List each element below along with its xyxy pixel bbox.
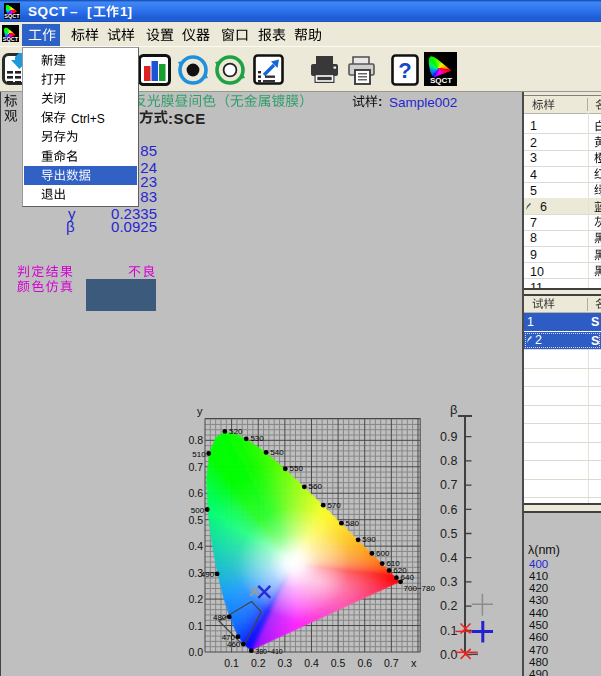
svg-text:y: y: [197, 405, 203, 417]
svg-text:0.8: 0.8: [440, 454, 457, 468]
svg-text:380~410: 380~410: [255, 648, 283, 655]
svg-text:490: 490: [201, 570, 215, 579]
svg-text:0.2: 0.2: [188, 593, 203, 605]
svg-text:0.5: 0.5: [440, 527, 457, 541]
svg-text:0.0: 0.0: [188, 646, 203, 658]
svg-text:SQCT: SQCT: [3, 36, 19, 42]
svg-text:β: β: [450, 402, 457, 417]
svg-text:560: 560: [309, 482, 323, 491]
svg-text:0.8: 0.8: [188, 434, 203, 446]
svg-text:460: 460: [227, 640, 241, 649]
svg-text:520: 520: [229, 427, 243, 436]
svg-text:500: 500: [191, 506, 205, 515]
svg-text:0.6: 0.6: [188, 487, 203, 499]
svg-text:570: 570: [327, 501, 341, 510]
svg-text:0.7: 0.7: [188, 461, 203, 473]
svg-text:0.7: 0.7: [384, 657, 399, 669]
svg-text:0.6: 0.6: [357, 657, 372, 669]
svg-text:580: 580: [346, 519, 360, 528]
svg-text:0.5: 0.5: [331, 657, 346, 669]
svg-text:590: 590: [362, 535, 376, 544]
svg-text:550: 550: [290, 464, 304, 473]
svg-text:0.4: 0.4: [440, 551, 457, 565]
svg-text:SQCT: SQCT: [4, 13, 20, 19]
svg-text:SQCT: SQCT: [430, 76, 452, 85]
svg-text:0.2: 0.2: [251, 657, 266, 669]
svg-text:480: 480: [213, 613, 227, 622]
svg-text:0.2: 0.2: [440, 599, 457, 613]
svg-text:0.4: 0.4: [304, 657, 319, 669]
svg-text:0.0: 0.0: [440, 648, 457, 662]
svg-text:540: 540: [270, 448, 284, 457]
svg-text:0.6: 0.6: [440, 503, 457, 517]
svg-text:0.1: 0.1: [440, 624, 457, 638]
svg-text:0.1: 0.1: [188, 620, 203, 632]
svg-text:0.3: 0.3: [278, 657, 293, 669]
svg-text:0.9: 0.9: [440, 430, 457, 444]
svg-text:0.5: 0.5: [188, 514, 203, 526]
svg-text:530: 530: [250, 434, 264, 443]
svg-text:510: 510: [192, 450, 206, 459]
svg-text:0.1: 0.1: [224, 657, 239, 669]
svg-text:0.3: 0.3: [440, 575, 457, 589]
svg-text:?: ?: [398, 58, 411, 83]
svg-text:x: x: [411, 657, 417, 669]
svg-text:700~780: 700~780: [404, 584, 436, 593]
svg-text:0.4: 0.4: [188, 540, 203, 552]
svg-text:600: 600: [376, 549, 390, 558]
svg-text:0.7: 0.7: [440, 478, 457, 492]
